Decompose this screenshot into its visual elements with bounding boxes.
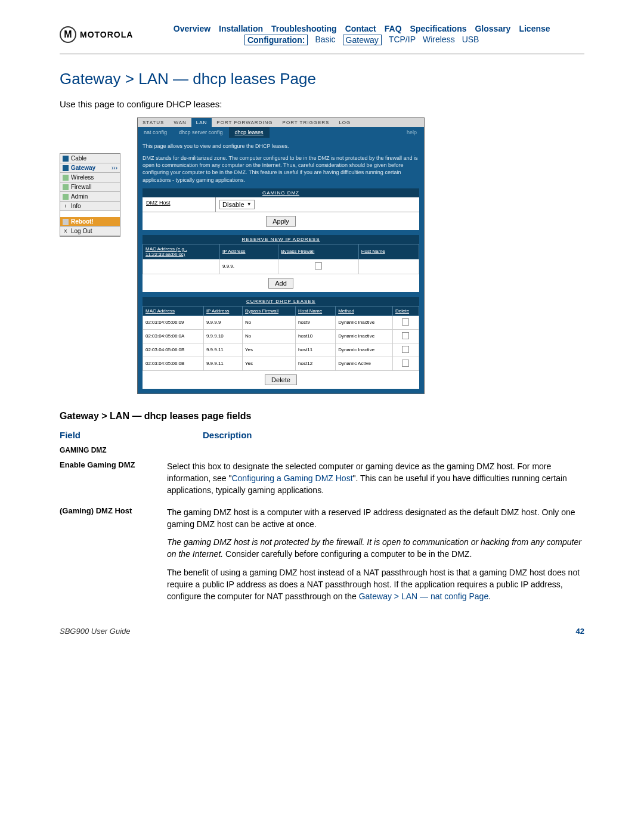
reserve-header: RESERVE NEW IP ADDRESS (143, 235, 419, 244)
sidenav-item[interactable]: Firewall (60, 182, 120, 192)
col-header: IP Address (220, 244, 278, 259)
col-header: IP Address (203, 306, 242, 315)
delete-checkbox[interactable] (402, 360, 409, 367)
topnav-link[interactable]: Installation (219, 24, 263, 33)
subnav-link[interactable]: Gateway (343, 35, 382, 45)
topnav: M MOTOROLA OverviewInstallationTroublesh… (60, 24, 584, 45)
field-row: Enable Gaming DMZ Select this box to des… (60, 460, 584, 497)
topnav-link[interactable]: Overview (174, 24, 210, 33)
add-button[interactable]: Add (268, 278, 293, 289)
tab[interactable]: STATUS (138, 118, 169, 127)
tab[interactable]: WAN (169, 118, 191, 127)
sidenav-marker (63, 165, 69, 171)
subnav-link[interactable]: Basic (315, 35, 335, 45)
col-header: Host Name (358, 244, 419, 259)
tab[interactable]: PORT FORWARDING (212, 118, 277, 127)
field-row: (Gaming) DMZ Host The gaming DMZ host is… (60, 506, 584, 603)
shot-desc2: DMZ stands for de-militarized zone. The … (143, 154, 419, 184)
bypass-checkbox[interactable] (315, 262, 322, 270)
reserve-panel: RESERVE NEW IP ADDRESS MAC Address (e.g.… (143, 235, 419, 292)
leases-panel: CURRENT DHCP LEASES MAC AddressIP Addres… (143, 297, 419, 389)
tab[interactable]: LAN (191, 118, 212, 127)
col-header: Host Name (296, 306, 336, 315)
tab[interactable]: PORT TRIGGERS (278, 118, 335, 127)
shot-desc1: This page allows you to view and configu… (143, 143, 419, 150)
subnav-link[interactable]: TCP/IP (389, 35, 416, 45)
apply-button[interactable]: Apply (266, 216, 296, 227)
page-number: 42 (576, 627, 584, 636)
side-nav: CableGateway›››WirelessFirewallAdminiInf… (60, 153, 120, 237)
topnav-link[interactable]: Contact (345, 24, 376, 33)
topnav-link[interactable]: FAQ (385, 24, 402, 33)
col-header: Bypass Firewall (278, 244, 358, 259)
top-links: OverviewInstallationTroubleshootingConta… (139, 24, 584, 33)
gaming-section-label: GAMING DMZ (60, 446, 584, 454)
sidenav-marker (63, 175, 69, 181)
delete-button[interactable]: Delete (265, 374, 297, 385)
sidenav-item[interactable]: Gateway››› (60, 163, 120, 173)
topnav-link[interactable]: Glossary (475, 24, 510, 33)
table-row: 02:03:04:05:06:099.9.9.9Nohost9Dynamic I… (143, 315, 419, 329)
link-config-dmz[interactable]: Configuring a Gaming DMZ Host (231, 473, 352, 483)
topnav-link[interactable]: Specifications (410, 24, 467, 33)
help-link[interactable]: help (401, 127, 424, 138)
logo: M MOTOROLA (60, 26, 133, 43)
footer-left: SBG900 User Guide (60, 627, 131, 636)
sidenav-marker: i (63, 203, 69, 209)
chevron-down-icon: ▼ (247, 202, 252, 207)
sidenav-marker (63, 194, 69, 200)
col-header: Delete (392, 306, 419, 315)
divider (60, 54, 584, 54)
link-nat-config[interactable]: Gateway > LAN — nat config Page (359, 592, 489, 601)
sidenav-item[interactable]: XLog Out (60, 227, 120, 236)
fields-title: Gateway > LAN — dhcp leases page fields (60, 411, 584, 422)
subtab[interactable]: dhcp leases (229, 127, 270, 138)
leases-header: CURRENT DHCP LEASES (143, 297, 419, 306)
tabs-row: STATUSWANLANPORT FORWARDINGPORT TRIGGERS… (138, 118, 424, 127)
subnav-lead: Configuration: (244, 35, 308, 45)
sidenav-item[interactable]: Admin (60, 192, 120, 202)
footer: SBG900 User Guide 42 (60, 627, 584, 636)
sidenav-item[interactable]: Wireless (60, 173, 120, 182)
col-header: Bypass Firewall (243, 306, 296, 315)
screenshot-panel: STATUSWANLANPORT FORWARDINGPORT TRIGGERS… (137, 117, 425, 394)
dmz-host-label: DMZ Host (143, 197, 216, 212)
gaming-dmz-header: GAMING DMZ (143, 188, 419, 197)
table-row: 02:03:04:05:06:0B9.9.9.11Yeshost12Dynami… (143, 357, 419, 370)
field-name: Enable Gaming DMZ (60, 460, 155, 497)
col-header: MAC Address (e.g., 11:22:33:aa:bb:cc) (143, 244, 220, 259)
sidenav-item[interactable]: Reboot! (60, 217, 120, 227)
tab[interactable]: LOG (334, 118, 355, 127)
topnav-link[interactable]: Troubleshooting (271, 24, 337, 33)
mac-input[interactable] (143, 259, 220, 274)
field-columns-header: Field Description (60, 430, 584, 440)
intro-text: Use this page to configure DHCP leases: (60, 99, 584, 109)
field-name: (Gaming) DMZ Host (60, 506, 155, 603)
subtab[interactable]: nat config (138, 127, 173, 138)
table-row: 02:03:04:05:06:0A9.9.9.10Nohost10Dynamic… (143, 329, 419, 343)
subnav-link[interactable]: Wireless (423, 35, 455, 45)
motorola-icon: M (60, 26, 76, 43)
hostname-input[interactable] (358, 259, 419, 274)
field-desc: The gaming DMZ host is a computer with a… (167, 506, 584, 603)
dmz-host-select[interactable]: Disable ▼ (219, 200, 255, 209)
delete-checkbox[interactable] (402, 346, 409, 353)
sidenav-item[interactable]: iInfo (60, 202, 120, 211)
sidenav-item[interactable]: Cable (60, 154, 120, 163)
subnav-link[interactable]: USB (462, 35, 479, 45)
page-title: Gateway > LAN — dhcp leases Page (60, 70, 584, 88)
sub-links: Configuration:BasicGatewayTCP/IPWireless… (139, 35, 584, 45)
ip-input[interactable]: 9.9.9. (220, 259, 278, 274)
logo-text: MOTOROLA (80, 30, 133, 39)
subtabs-row: nat configdhcp server configdhcp leasesh… (138, 127, 424, 138)
sidenav-marker (63, 219, 69, 225)
field-desc: Select this box to designate the selecte… (167, 460, 584, 497)
topnav-link[interactable]: License (519, 24, 550, 33)
gaming-dmz-panel: GAMING DMZ DMZ Host Disable ▼ Apply (143, 188, 419, 230)
sidenav-marker: X (63, 228, 69, 234)
delete-checkbox[interactable] (402, 318, 409, 326)
subtab[interactable]: dhcp server config (173, 127, 229, 138)
table-row: 02:03:04:05:06:0B9.9.9.11Yeshost11Dynami… (143, 343, 419, 357)
col-header: Method (336, 306, 393, 315)
delete-checkbox[interactable] (402, 332, 409, 339)
